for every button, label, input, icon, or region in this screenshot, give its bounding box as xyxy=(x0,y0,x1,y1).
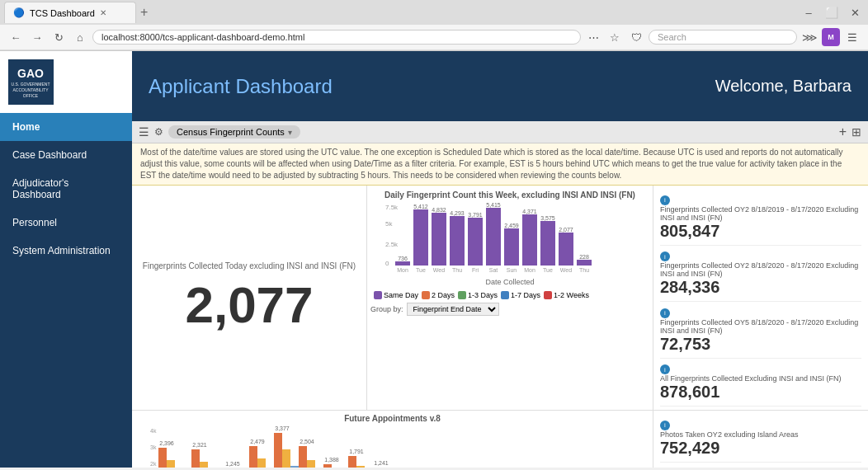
legend-2days: 2 Days xyxy=(422,291,455,299)
legend-3days: 1-3 Days xyxy=(458,291,498,299)
new-tab-button[interactable]: + xyxy=(136,5,152,20)
svg-rect-81 xyxy=(356,466,365,468)
future-appointments-chart: 4k 3k 2k 1k 0 2,396 2/24 xyxy=(135,423,614,468)
group-by-control: Group by: Fingerprint End Date xyxy=(370,303,649,316)
svg-rect-27 xyxy=(559,233,573,266)
svg-text:3,575: 3,575 xyxy=(540,215,555,221)
right-stat-value-4: 752,429 xyxy=(660,439,861,458)
tab-close-btn[interactable]: ✕ xyxy=(100,8,106,17)
svg-text:228: 228 xyxy=(579,254,589,260)
right-stat-label-4: Photos Taken OY2 excluding Island Areas xyxy=(660,430,861,439)
sidebar-item-system-admin-label: System Administration xyxy=(12,245,111,256)
legend-same-day: Same Day xyxy=(374,291,418,299)
tab-favicon: 🔵 xyxy=(13,7,25,18)
chart-legend: Same Day 2 Days 1-3 Days 1-7 Days xyxy=(370,288,649,303)
future-chart-title: Future Appointments v.8 xyxy=(135,414,649,423)
more-options-button[interactable]: ⋯ xyxy=(584,28,602,46)
active-content-tab[interactable]: Census Fingerprint Counts ▾ xyxy=(168,125,300,139)
restore-button[interactable]: ⬜ xyxy=(823,3,841,21)
group-by-select[interactable]: Fingerprint End Date xyxy=(407,303,499,316)
main-area: Applicant Dashboard Welcome, Barbara ☰ ⚙… xyxy=(132,51,868,468)
svg-rect-19 xyxy=(486,208,501,266)
info-icon-4[interactable]: i xyxy=(660,421,670,430)
svg-text:1,245: 1,245 xyxy=(225,461,240,467)
svg-rect-53 xyxy=(200,462,208,468)
extension-icon[interactable]: M xyxy=(822,28,840,46)
future-appointments-panel: Future Appointments v.8 4k 3k 2k 1k 0 xyxy=(132,411,653,468)
legend-2weeks-label: 1-2 Weeks xyxy=(554,291,589,299)
browser-chrome: 🔵 TCS Dashboard ✕ + – ⬜ ✕ ← → ↻ ⌂ localh… xyxy=(0,0,868,51)
shield-button[interactable]: 🛡 xyxy=(627,28,645,46)
legend-2days-label: 2 Days xyxy=(432,291,455,299)
right-stat-5: i Photos Taken OY2 Island Areas Only 2,4… xyxy=(660,463,861,468)
info-icon-1[interactable]: i xyxy=(660,251,670,261)
right-stat-label-2: Fingerprints Collected OY5 8/18/2020 - 8… xyxy=(660,318,861,335)
svg-text:3,377: 3,377 xyxy=(275,425,290,431)
home-button[interactable]: ⌂ xyxy=(71,28,89,46)
fingerprint-count-value: 2,077 xyxy=(185,275,313,334)
right-stat-label-0: Fingerprints Collected OY2 8/18/2019 - 8… xyxy=(660,205,861,222)
active-tab[interactable]: 🔵 TCS Dashboard ✕ xyxy=(4,2,136,23)
info-icon-0[interactable]: i xyxy=(660,195,670,205)
svg-text:2,459: 2,459 xyxy=(504,223,519,228)
svg-text:3,791: 3,791 xyxy=(468,212,483,218)
svg-text:0: 0 xyxy=(385,260,389,267)
sidebar-item-personnel-label: Personnel xyxy=(12,217,57,228)
right-stat-3: i All Fingerprints Collected Excluding I… xyxy=(660,359,861,407)
sidebar-item-home[interactable]: Home xyxy=(0,113,132,141)
right-stats-panel: i Fingerprints Collected OY2 8/18/2019 -… xyxy=(653,186,868,410)
browser-controls: ← → ↻ ⌂ localhost:8000/tcs-applicant-das… xyxy=(0,25,868,50)
svg-rect-9 xyxy=(395,261,410,266)
legend-2weeks: 1-2 Weeks xyxy=(544,291,589,299)
search-bar[interactable]: Search xyxy=(649,30,797,45)
svg-text:2.5k: 2.5k xyxy=(385,241,399,248)
info-icon-3[interactable]: i xyxy=(660,364,670,374)
right-stat-label-1: Fingerprints Collected OY2 8/18/2020 - 8… xyxy=(660,261,861,278)
svg-text:2,077: 2,077 xyxy=(559,227,573,233)
svg-rect-15 xyxy=(450,216,465,266)
forward-button[interactable]: → xyxy=(28,28,46,46)
sidebar-item-system-administration[interactable]: System Administration xyxy=(0,237,132,265)
sidebar-item-case-dashboard-label: Case Dashboard xyxy=(12,149,87,161)
hamburger-icon[interactable]: ☰ xyxy=(139,125,149,139)
svg-rect-76 xyxy=(323,464,332,468)
bookmark-button[interactable]: ☆ xyxy=(606,28,624,46)
svg-rect-61 xyxy=(249,446,257,468)
menu-button[interactable]: ☰ xyxy=(843,28,861,46)
add-panel-button[interactable]: + xyxy=(839,125,847,139)
svg-text:4k: 4k xyxy=(150,428,157,434)
content-tab-label: Census Fingerprint Counts xyxy=(177,127,285,137)
back-button[interactable]: ← xyxy=(7,28,25,46)
svg-text:ACCOUNTABILITY: ACCOUNTABILITY xyxy=(13,87,50,92)
app-container: GAO U.S. GOVERNMENT ACCOUNTABILITY OFFIC… xyxy=(0,51,868,468)
svg-text:Mon: Mon xyxy=(524,267,535,273)
minimize-button[interactable]: – xyxy=(800,3,818,21)
svg-rect-11 xyxy=(413,209,428,266)
svg-text:7.5k: 7.5k xyxy=(385,204,399,211)
info-icon-2[interactable]: i xyxy=(660,308,670,318)
app-header: Applicant Dashboard Welcome, Barbara xyxy=(132,51,868,121)
grid-view-button[interactable]: ⊞ xyxy=(851,125,861,139)
svg-rect-66 xyxy=(274,433,282,468)
extensions-button[interactable]: ⋙ xyxy=(800,28,818,46)
svg-text:OFFICE: OFFICE xyxy=(23,93,39,98)
notice-bar: Most of the date/time values are stored … xyxy=(132,143,868,186)
svg-text:Tue: Tue xyxy=(543,267,553,273)
sidebar-item-case-dashboard[interactable]: Case Dashboard xyxy=(0,141,132,169)
settings-icon[interactable]: ⚙ xyxy=(154,126,163,138)
svg-rect-13 xyxy=(432,213,446,266)
refresh-button[interactable]: ↻ xyxy=(50,28,68,46)
svg-rect-67 xyxy=(282,449,290,468)
address-bar[interactable]: localhost:8000/tcs-applicant-dashboard-d… xyxy=(92,30,581,45)
sidebar-item-adjudicators-dashboard[interactable]: Adjudicator's Dashboard xyxy=(0,169,132,209)
daily-chart-panel: Daily Fingerprint Count this Week, exclu… xyxy=(367,186,653,410)
logo-area: GAO U.S. GOVERNMENT ACCOUNTABILITY OFFIC… xyxy=(0,51,132,113)
page-title: Applicant Dashboard xyxy=(149,75,333,98)
close-window-button[interactable]: ✕ xyxy=(846,3,864,21)
svg-rect-21 xyxy=(504,228,519,266)
sidebar-item-personnel[interactable]: Personnel xyxy=(0,209,132,237)
svg-text:2,321: 2,321 xyxy=(192,442,207,448)
content-tab-close[interactable]: ▾ xyxy=(288,128,292,137)
fingerprint-count-label: Fingerprints Collected Today excluding I… xyxy=(143,261,356,270)
address-text: localhost:8000/tcs-applicant-dashboard-d… xyxy=(101,32,304,42)
